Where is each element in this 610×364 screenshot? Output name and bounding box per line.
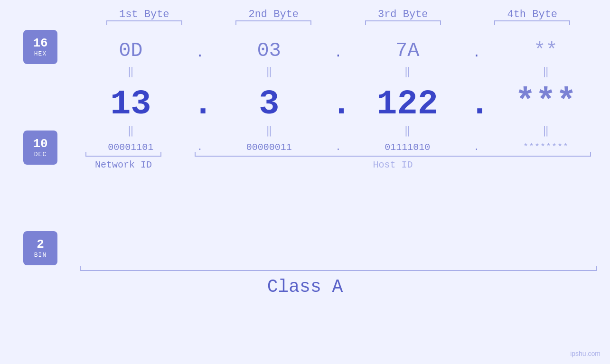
eq2-b4: ‖ [498, 124, 593, 137]
eq1-b4: ‖ [498, 65, 593, 78]
bin-byte4-cell: ******** [498, 142, 593, 153]
rows-area: 0D . 03 . 7A . ** ‖ ‖ [66, 30, 610, 265]
hex-badge-number: 16 [33, 37, 47, 50]
bin-dot3: . [469, 142, 484, 153]
hex-byte4-value: ** [534, 39, 557, 62]
id-labels: Network ID Host ID [66, 159, 610, 170]
byte1-bracket [106, 20, 182, 21]
dec-badge: 10 DEC [23, 131, 57, 165]
bin-byte2-cell: 00000011 [222, 142, 317, 153]
bin-dot1: . [193, 142, 207, 153]
dec-byte3-cell: 122 [360, 87, 455, 121]
class-label-text: Class A [267, 277, 343, 297]
dec-badge-label: DEC [34, 151, 47, 158]
bin-byte2-value: 00000011 [246, 142, 292, 153]
bin-dot2: . [331, 142, 345, 153]
dec-byte4-cell: *** [498, 83, 593, 121]
hex-row: 0D . 03 . 7A . ** [66, 39, 610, 62]
bin-byte1-value: 00001101 [108, 142, 153, 153]
bin-badge: 2 BIN [23, 231, 57, 265]
dec-badge-number: 10 [33, 137, 47, 151]
badges-column: 16 HEX 10 DEC 2 BIN [0, 30, 66, 265]
byte3-header: 3rd Byte [356, 9, 450, 21]
main-container: 1st Byte 2nd Byte 3rd Byte 4th Byte 16 H… [0, 0, 610, 364]
dec-byte4-value: *** [515, 83, 577, 121]
bottom-long-bracket-wrap [80, 270, 597, 271]
hex-byte1-value: 0D [119, 39, 142, 62]
bin-byte3-cell: 01111010 [360, 142, 455, 153]
hex-byte2-cell: 03 [222, 39, 317, 62]
eq2-b2: ‖ [222, 124, 317, 137]
byte2-bracket [235, 20, 311, 21]
eq2-b1: ‖ [83, 124, 178, 137]
equals-row-2: ‖ ‖ ‖ ‖ [66, 124, 610, 137]
hex-byte1-cell: 0D [83, 39, 178, 62]
hex-badge: 16 HEX [23, 30, 57, 64]
eq2-b3: ‖ [360, 124, 455, 137]
host-id-label: Host ID [373, 159, 413, 170]
bin-badge-number: 2 [37, 238, 44, 252]
dec-dot3: . [469, 87, 484, 121]
dec-dot1: . [193, 87, 207, 121]
bin-badge-label: BIN [34, 252, 47, 259]
main-area: 16 HEX 10 DEC 2 BIN 0D . [0, 30, 610, 265]
hex-badge-label: HEX [34, 50, 47, 57]
network-id-label: Network ID [95, 159, 152, 170]
bottom-brackets-row [66, 156, 610, 157]
dec-row: 13 . 3 . 122 . *** [66, 83, 610, 121]
byte1-header: 1st Byte [97, 9, 192, 21]
hex-byte2-value: 03 [257, 39, 281, 62]
watermark: ipshu.com [570, 350, 601, 357]
hex-dot3: . [469, 46, 484, 60]
hex-dot1: . [193, 46, 207, 60]
bin-row: 00001101 . 00000011 . 01111010 . *******… [66, 142, 610, 153]
bin-byte4-value: ******** [523, 142, 569, 153]
hex-byte4-cell: ** [498, 39, 593, 62]
byte4-bracket [494, 20, 570, 21]
dec-byte2-value: 3 [259, 85, 279, 124]
dec-byte1-cell: 13 [83, 87, 178, 121]
eq1-b3: ‖ [360, 65, 455, 78]
hex-dot2: . [331, 46, 345, 60]
byte3-bracket [365, 20, 441, 21]
dec-byte1-value: 13 [110, 85, 151, 124]
class-label: Class A [0, 277, 610, 297]
byte-headers: 1st Byte 2nd Byte 3rd Byte 4th Byte [80, 9, 597, 21]
eq1-b1: ‖ [83, 65, 178, 78]
dec-dot2: . [331, 87, 345, 121]
equals-row-1: ‖ ‖ ‖ ‖ [66, 65, 610, 78]
bin-byte3-value: 01111010 [385, 142, 430, 153]
byte4-header: 4th Byte [485, 9, 580, 21]
eq1-b2: ‖ [222, 65, 317, 78]
dec-byte2-cell: 3 [222, 87, 317, 121]
dec-byte3-value: 122 [376, 85, 438, 124]
bin-byte1-cell: 00001101 [83, 142, 178, 153]
byte2-header: 2nd Byte [226, 9, 321, 21]
hex-byte3-cell: 7A [360, 39, 455, 62]
hex-byte3-value: 7A [395, 39, 419, 62]
